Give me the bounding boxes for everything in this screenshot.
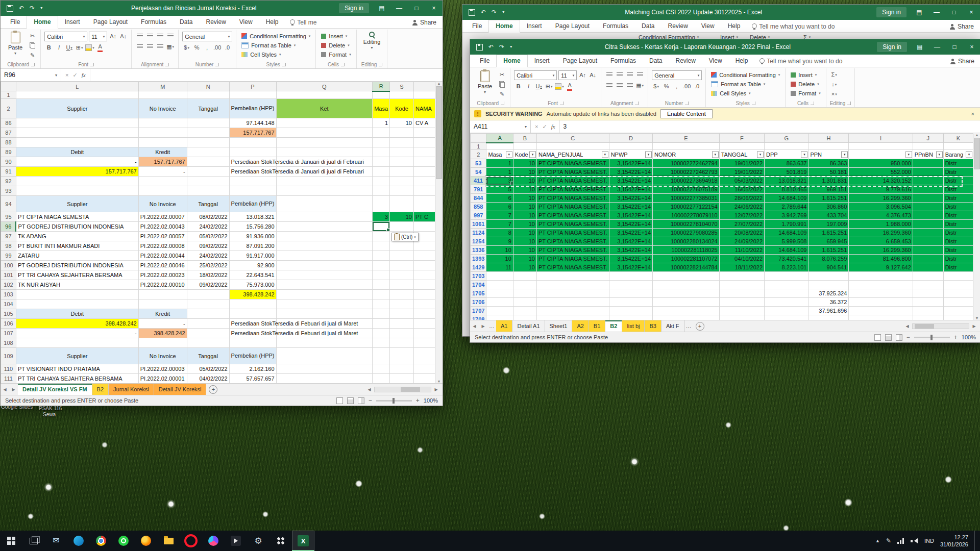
cell[interactable] — [276, 364, 373, 374]
cell[interactable]: 197.009 — [808, 220, 849, 229]
paste-button[interactable]: Paste▾ — [475, 69, 495, 95]
cell[interactable]: Masa▾ — [486, 150, 513, 159]
cell[interactable]: - — [138, 167, 187, 177]
cell[interactable] — [16, 338, 138, 348]
cell[interactable]: 5 — [486, 185, 513, 194]
cell[interactable]: 7 — [486, 211, 513, 220]
bold-button[interactable]: B — [514, 82, 523, 91]
minimize-button[interactable]: — — [928, 5, 945, 20]
clipboard-group-dialog-launcher[interactable] — [501, 102, 504, 105]
cell[interactable] — [913, 143, 943, 150]
network-icon[interactable] — [897, 538, 904, 544]
cell[interactable] — [373, 157, 390, 167]
italic-button[interactable]: I — [55, 43, 63, 52]
ribbon-tab-home[interactable]: Home — [496, 55, 527, 67]
qat-customize-icon[interactable]: ▾ — [502, 10, 504, 14]
cell[interactable]: Distr — [943, 237, 973, 246]
cell[interactable]: PT TRI CAHAYA SEJAHTERA BERSAMA — [16, 270, 138, 280]
scroll-up-icon[interactable]: ▲ — [437, 82, 441, 85]
font-size-combo[interactable]: 11▾ — [89, 32, 107, 41]
cell[interactable]: 22.643.541 — [229, 270, 276, 280]
cell[interactable]: PT GODREJ DISTRIBUTION INDONESIA — [16, 261, 138, 270]
bold-button[interactable]: B — [44, 43, 53, 52]
cell[interactable] — [513, 315, 536, 320]
cell[interactable] — [276, 177, 373, 186]
cell[interactable] — [609, 298, 652, 307]
cell[interactable] — [849, 307, 913, 315]
filter-button[interactable]: ▾ — [966, 151, 972, 158]
cell[interactable]: PT CIPTA NIAGA SEMEST. — [536, 263, 609, 272]
cell[interactable] — [138, 299, 187, 309]
merge-center-button[interactable]: ▦▾ — [635, 81, 644, 90]
decrease-decimal-button[interactable]: .0 — [223, 43, 232, 52]
cell[interactable]: 73.420.541 — [765, 255, 808, 263]
cell[interactable] — [609, 272, 652, 281]
sign-in-button[interactable]: Sign in — [877, 42, 907, 52]
cell[interactable]: 28/06/2022 — [719, 194, 764, 203]
styles-group-dialog-launcher[interactable] — [282, 63, 286, 66]
cell[interactable] — [373, 261, 390, 270]
excel-window-left[interactable]: ↶ ↷ ▾ Penjelasan dan Rincian Jurnal Kore… — [0, 0, 443, 406]
select-all-corner[interactable] — [1, 82, 16, 91]
cell[interactable]: 10 — [513, 203, 536, 211]
row-header[interactable]: 109 — [1, 348, 16, 364]
filter-button[interactable]: ▾ — [529, 151, 536, 158]
cut-button[interactable]: ✂ — [498, 70, 506, 79]
sheet-tab-b1[interactable]: B1 — [589, 320, 605, 332]
cell[interactable] — [276, 138, 373, 147]
cell[interactable] — [413, 261, 435, 270]
cell[interactable] — [16, 91, 138, 99]
cell[interactable]: PPN▾ — [808, 150, 849, 159]
cell[interactable]: No Invoice — [138, 196, 187, 212]
sign-in-button[interactable]: Sign in — [339, 3, 369, 13]
cell[interactable]: 14.684.109 — [765, 246, 808, 255]
cell[interactable]: 05/03/2022 — [719, 177, 764, 185]
row-header[interactable]: 87 — [1, 128, 16, 138]
cell[interactable]: 05/02/2022 — [187, 232, 229, 241]
sheet-tab-b2[interactable]: B2 — [605, 320, 622, 332]
row-header[interactable]: 53 — [471, 159, 486, 168]
cell[interactable]: NAMA — [413, 99, 435, 118]
horizontal-scrollbar[interactable]: ◀ ▶ — [363, 384, 443, 395]
cell[interactable] — [229, 299, 276, 309]
cell[interactable]: 100002272462794 — [653, 159, 720, 168]
cell[interactable]: PI.2022.02.00057 — [138, 232, 187, 241]
sheet-tab-detail-jv-koreksi-vs-fm[interactable]: Detail JV Koreksi VS FM — [18, 384, 92, 395]
align-text-button[interactable] — [625, 81, 634, 90]
ribbon-tab-file[interactable]: File — [465, 20, 488, 32]
cell[interactable]: 1.615.251 — [808, 194, 849, 203]
cell[interactable] — [913, 177, 943, 185]
autosum-button[interactable]: Σ▾ — [830, 70, 839, 79]
ribbon-tab-home[interactable]: Home — [27, 16, 58, 29]
zoom-level[interactable]: 100% — [962, 334, 976, 340]
row-header[interactable]: 94 — [1, 196, 16, 212]
cell[interactable]: 501.819 — [765, 168, 808, 177]
row-header[interactable]: 96 — [1, 222, 16, 232]
cell[interactable]: 97.144.148 — [229, 118, 276, 128]
cell[interactable]: PI.2022.02.00043 — [138, 222, 187, 232]
cell[interactable] — [765, 281, 808, 289]
cell[interactable] — [373, 177, 390, 186]
cell[interactable]: 863.637 — [765, 159, 808, 168]
ribbon-tab-help[interactable]: Help — [259, 16, 285, 28]
ribbon-tab-insert[interactable]: Insert — [58, 16, 87, 28]
cell[interactable] — [943, 289, 973, 298]
cell[interactable]: 1.615.251 — [808, 229, 849, 237]
cell[interactable] — [187, 157, 229, 167]
cell[interactable] — [943, 143, 973, 150]
cell[interactable] — [276, 147, 373, 157]
ribbon-tab-home[interactable]: Home — [488, 20, 520, 33]
cell[interactable]: 2.162.160 — [229, 364, 276, 374]
cell[interactable] — [486, 281, 513, 289]
cell[interactable]: 24/06/2022 — [719, 203, 764, 211]
cell[interactable]: Distr — [943, 203, 973, 211]
cell[interactable]: 14.684.109 — [765, 194, 808, 203]
insert-function-icon[interactable]: fx — [551, 123, 555, 130]
font-name-combo[interactable]: Calibri▾ — [44, 32, 87, 41]
select-all-corner[interactable] — [471, 134, 486, 143]
cell[interactable] — [913, 263, 943, 272]
column-header[interactable] — [413, 82, 435, 91]
borders-button[interactable]: ⊞▾ — [545, 82, 553, 91]
align-top-button[interactable] — [605, 70, 614, 79]
cell[interactable] — [373, 299, 390, 309]
